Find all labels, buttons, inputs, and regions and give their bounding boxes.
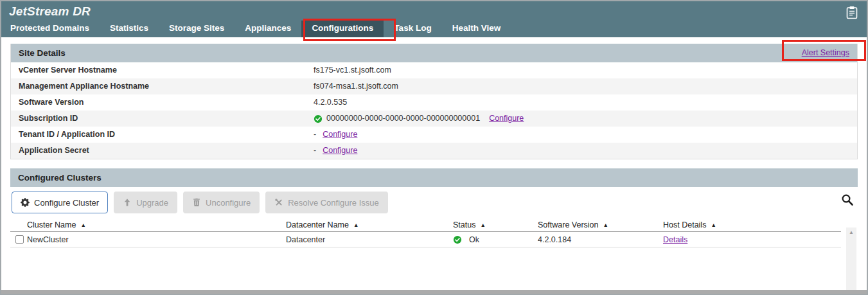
col-header-host-details[interactable]: Host Details▲ <box>663 220 841 229</box>
software-version-label: Software Version <box>19 94 314 111</box>
mgmt-appliance-hostname-label: Management Appliance Hostname <box>19 78 314 94</box>
site-detail-row: Tenant ID / Application ID - Configure <box>11 127 857 143</box>
vcenter-hostname-value: fs175-vc1.st.jsoft.com <box>314 62 391 78</box>
status-cell: Ok <box>453 235 538 244</box>
sort-asc-icon: ▲ <box>711 222 716 228</box>
site-detail-row: Application Secret - Configure <box>11 143 857 159</box>
configured-clusters-title: Configured Clusters <box>18 168 102 187</box>
tab-statistics[interactable]: Statistics <box>100 21 159 37</box>
tenant-app-id-label: Tenant ID / Application ID <box>19 127 314 143</box>
cluster-table-row: NewCluster Datacenter Ok 4.2.0.184 Detai… <box>10 232 841 247</box>
tenant-app-id-value: - <box>314 127 316 143</box>
configure-subscription-link[interactable]: Configure <box>489 111 524 127</box>
vcenter-hostname-label: vCenter Server Hostname <box>19 62 314 78</box>
task-log-clipboard-icon[interactable] <box>846 6 858 19</box>
col-header-cluster-name[interactable]: Cluster Name▲ <box>27 220 286 229</box>
arrow-up-icon <box>123 198 132 207</box>
subscription-id-value: 00000000-0000-0000-0000-000000000001 <box>326 111 480 127</box>
trash-icon <box>192 198 201 207</box>
app-header: JetStream DR Protected Domains Statistic… <box>1 1 867 37</box>
site-detail-row: vCenter Server Hostname fs175-vc1.st.jso… <box>11 62 857 78</box>
row-checkbox[interactable] <box>15 235 24 244</box>
sort-asc-icon: ▲ <box>80 222 85 228</box>
application-secret-label: Application Secret <box>19 143 314 159</box>
clusters-table-header: Cluster Name▲ Datacenter Name▲ Status▲ S… <box>10 218 841 232</box>
configure-secret-link[interactable]: Configure <box>323 143 357 159</box>
alert-settings-link[interactable]: Alert Settings <box>802 44 849 62</box>
software-version-cell: 4.2.0.184 <box>538 235 663 244</box>
status-ok-icon <box>314 114 323 123</box>
tab-configurations[interactable]: Configurations <box>301 21 384 37</box>
scroll-up-icon[interactable]: ▲ <box>846 230 856 235</box>
unconfigure-button: Unconfigure <box>183 192 260 213</box>
sort-asc-icon: ▲ <box>353 222 359 228</box>
tab-appliances[interactable]: Appliances <box>235 21 301 37</box>
site-detail-row: Subscription ID 00000000-0000-0000-0000-… <box>11 111 857 127</box>
site-details-title: Site Details <box>19 44 66 62</box>
sort-asc-icon: ▲ <box>480 222 485 228</box>
cluster-name-cell: NewCluster <box>27 235 286 244</box>
application-secret-value: - <box>314 143 316 159</box>
site-detail-row: Management Appliance Hostname fs074-msa1… <box>11 78 857 94</box>
vertical-scrollbar[interactable]: ▲ <box>846 228 856 290</box>
tab-storage-sites[interactable]: Storage Sites <box>159 21 235 37</box>
gear-icon <box>21 198 30 207</box>
configure-tenant-link[interactable]: Configure <box>323 127 357 143</box>
configure-cluster-button[interactable]: Configure Cluster <box>12 192 108 213</box>
software-version-value: 4.2.0.535 <box>314 94 347 111</box>
site-detail-row: Software Version 4.2.0.535 <box>11 94 857 111</box>
upgrade-button: Upgrade <box>114 192 177 213</box>
horizontal-scrollbar[interactable] <box>1 290 867 294</box>
tab-health-view[interactable]: Health View <box>442 21 511 37</box>
col-header-status[interactable]: Status▲ <box>453 220 538 229</box>
main-nav: Protected Domains Statistics Storage Sit… <box>9 21 859 37</box>
mgmt-appliance-hostname-value: fs074-msa1.st.jsoft.com <box>314 78 398 94</box>
sort-asc-icon: ▲ <box>603 222 608 228</box>
app-title: JetStream DR <box>9 4 859 19</box>
clusters-table: Cluster Name▲ Datacenter Name▲ Status▲ S… <box>10 218 841 247</box>
search-icon[interactable] <box>841 193 854 206</box>
datacenter-name-cell: Datacenter <box>286 235 453 244</box>
host-details-link[interactable]: Details <box>663 235 687 244</box>
col-header-software-version[interactable]: Software Version▲ <box>538 220 663 229</box>
subscription-id-label: Subscription ID <box>19 111 314 127</box>
col-header-datacenter-name[interactable]: Datacenter Name▲ <box>286 220 453 229</box>
clusters-toolbar: Configure Cluster Upgrade Unconfigure Re… <box>10 187 858 218</box>
site-details-section: Site Details Alert Settings vCenter Serv… <box>10 44 858 159</box>
tools-icon <box>274 198 283 207</box>
status-ok-icon <box>453 235 462 244</box>
resolve-configure-issue-button: Resolve Configure Issue <box>265 192 388 213</box>
tab-protected-domains[interactable]: Protected Domains <box>9 21 100 37</box>
tab-task-log[interactable]: Task Log <box>384 21 441 37</box>
configured-clusters-section: Configured Clusters Configure Cluster Up… <box>10 168 858 247</box>
